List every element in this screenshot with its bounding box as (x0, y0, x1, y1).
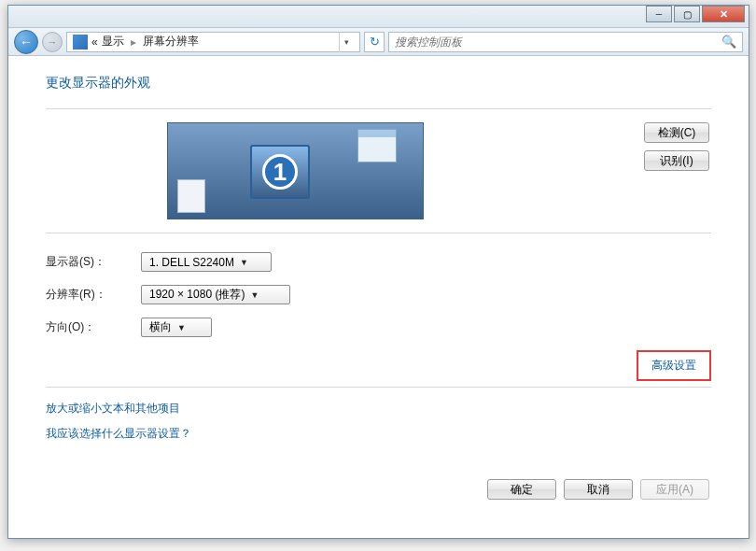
forward-button (42, 32, 63, 52)
chevron-down-icon (250, 290, 259, 300)
chevron-down-icon (240, 258, 248, 267)
search-icon[interactable]: 🔍 (721, 35, 736, 49)
detect-button[interactable]: 检测(C) (644, 122, 709, 143)
resolution-row: 分辨率(R)： 1920 × 1080 (推荐) (46, 285, 711, 304)
orientation-label: 方向(O)： (46, 319, 141, 335)
chevron-down-icon (177, 323, 186, 332)
breadcrumb-path[interactable]: « 显示 ▸ 屏幕分辨率 (66, 32, 360, 52)
decorative-window-icon (357, 129, 397, 162)
page-heading: 更改显示器的外观 (46, 75, 711, 92)
orientation-combo[interactable]: 横向 (141, 318, 212, 337)
highlight-box: 高级设置 (637, 350, 711, 381)
breadcrumb-resolution[interactable]: 屏幕分辨率 (143, 34, 199, 49)
back-button[interactable] (14, 30, 38, 54)
breadcrumb-sep-icon: ▸ (128, 35, 139, 49)
breadcrumb-display[interactable]: 显示 (102, 34, 124, 49)
monitor-arrangement-row: 1 检测(C) 识别(I) (46, 108, 711, 233)
maximize-button[interactable] (674, 6, 700, 22)
search-box[interactable]: 🔍 (388, 32, 743, 52)
cancel-button[interactable]: 取消 (564, 479, 633, 500)
arrangement-buttons: 检测(C) 识别(I) (644, 122, 711, 219)
orientation-value: 横向 (149, 319, 172, 335)
help-links: 放大或缩小文本和其他项目 我应该选择什么显示器设置？ (46, 401, 711, 451)
display-combo[interactable]: 1. DELL S2240M (141, 252, 272, 272)
close-button[interactable] (702, 6, 745, 22)
monitor-preview[interactable]: 1 (167, 122, 424, 219)
decorative-window-icon (177, 179, 205, 213)
refresh-button[interactable] (364, 32, 385, 52)
address-bar: « 显示 ▸ 屏幕分辨率 🔍 (8, 28, 749, 56)
advanced-settings-link[interactable]: 高级设置 (648, 356, 700, 375)
settings-form: 显示器(S)： 1. DELL S2240M 分辨率(R)： 1920 × 10… (46, 252, 711, 337)
monitor-number-badge: 1 (262, 154, 298, 190)
content-area: 更改显示器的外观 1 检测(C) 识别(I) 显示器(S)： 1. DELL S… (8, 56, 749, 518)
which-display-link[interactable]: 我应该选择什么显示器设置？ (46, 426, 191, 442)
breadcrumb-prefix: « (91, 35, 98, 49)
resolution-label: 分辨率(R)： (46, 287, 141, 303)
display-value: 1. DELL S2240M (149, 256, 234, 269)
ok-button[interactable]: 确定 (487, 479, 556, 500)
identify-button[interactable]: 识别(I) (644, 150, 709, 171)
apply-button: 应用(A) (640, 479, 709, 500)
display-row: 显示器(S)： 1. DELL S2240M (46, 252, 711, 272)
search-input[interactable] (395, 35, 721, 49)
control-panel-window: « 显示 ▸ 屏幕分辨率 🔍 更改显示器的外观 1 检测(C) 识别(I) (7, 5, 749, 539)
minimize-button[interactable] (646, 6, 672, 22)
titlebar (8, 6, 749, 28)
orientation-row: 方向(O)： 横向 (46, 318, 711, 337)
address-dropdown-icon[interactable] (339, 32, 354, 52)
dialog-buttons: 确定 取消 应用(A) (46, 479, 711, 500)
display-label: 显示器(S)： (46, 254, 141, 270)
control-panel-icon (73, 35, 88, 49)
advanced-row: 高级设置 (46, 350, 711, 388)
text-scaling-link[interactable]: 放大或缩小文本和其他项目 (46, 401, 180, 417)
resolution-value: 1920 × 1080 (推荐) (149, 287, 245, 303)
resolution-combo[interactable]: 1920 × 1080 (推荐) (141, 285, 290, 304)
window-controls (644, 6, 745, 22)
